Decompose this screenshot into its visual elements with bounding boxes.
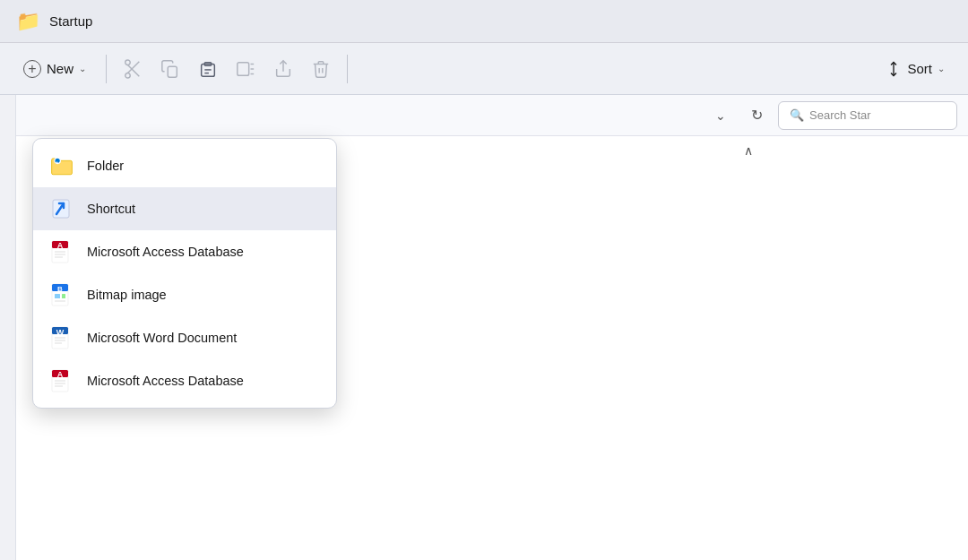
menu-item-folder[interactable]: + Folder bbox=[33, 144, 336, 187]
menu-item-bitmap[interactable]: B Bitmap image bbox=[33, 273, 336, 316]
sidebar-strip bbox=[0, 95, 16, 560]
nav-expand-button[interactable]: ⌄ bbox=[706, 101, 735, 130]
content-collapse-icon: ∧ bbox=[744, 143, 753, 158]
share-button[interactable] bbox=[266, 52, 300, 86]
menu-item-shortcut-label: Shortcut bbox=[87, 202, 135, 216]
menu-item-shortcut[interactable]: Shortcut bbox=[33, 187, 336, 230]
menu-item-bitmap-label: Bitmap image bbox=[87, 288, 167, 302]
menu-item-access2-label: Microsoft Access Database bbox=[87, 374, 244, 388]
svg-rect-27 bbox=[55, 294, 60, 298]
main-content: ⌄ ↻ 🔍 Search Star neMixer.exe ∧ bbox=[0, 95, 968, 560]
nav-refresh-button[interactable]: ↻ bbox=[742, 101, 771, 130]
content-area: ⌄ ↻ 🔍 Search Star neMixer.exe ∧ bbox=[16, 95, 968, 560]
svg-rect-9 bbox=[238, 62, 249, 75]
title-bar: 📁 Startup bbox=[0, 0, 968, 43]
paste-button[interactable] bbox=[191, 52, 225, 86]
refresh-icon: ↻ bbox=[751, 107, 763, 124]
folder-title-icon: 📁 bbox=[16, 10, 40, 33]
menu-item-word-label: Microsoft Word Document bbox=[87, 331, 237, 345]
rename-button[interactable] bbox=[229, 52, 263, 86]
toolbar-separator-1 bbox=[106, 55, 107, 83]
toolbar-separator-2 bbox=[347, 55, 348, 83]
search-icon: 🔍 bbox=[790, 108, 804, 122]
plus-icon: + bbox=[23, 60, 41, 78]
access-icon-1: A bbox=[49, 239, 74, 264]
cut-button[interactable] bbox=[116, 52, 150, 86]
nav-bar: ⌄ ↻ 🔍 Search Star bbox=[16, 95, 968, 136]
menu-item-word[interactable]: W Microsoft Word Document bbox=[33, 316, 336, 359]
svg-text:A: A bbox=[57, 370, 64, 379]
copy-button[interactable] bbox=[153, 52, 187, 86]
new-chevron-icon: ⌄ bbox=[79, 64, 86, 73]
shortcut-icon bbox=[49, 196, 74, 221]
sort-button[interactable]: Sort ⌄ bbox=[875, 51, 955, 87]
new-button-label: New bbox=[47, 61, 73, 76]
chevron-down-icon: ⌄ bbox=[715, 108, 726, 123]
page-title: Startup bbox=[49, 13, 92, 29]
menu-item-folder-label: Folder bbox=[87, 159, 124, 173]
menu-item-access1-label: Microsoft Access Database bbox=[87, 245, 244, 259]
search-box[interactable]: 🔍 Search Star bbox=[778, 101, 957, 130]
new-dropdown-menu: + Folder Shortcut bbox=[32, 138, 337, 409]
menu-item-access2[interactable]: A Microsoft Access Database bbox=[33, 359, 336, 402]
new-button[interactable]: + New ⌄ bbox=[13, 51, 97, 87]
svg-rect-28 bbox=[62, 294, 65, 298]
svg-text:A: A bbox=[57, 241, 64, 250]
menu-item-access1[interactable]: A Microsoft Access Database bbox=[33, 230, 336, 273]
sort-icon bbox=[886, 61, 902, 77]
svg-rect-4 bbox=[168, 66, 177, 77]
sort-chevron-icon: ⌄ bbox=[938, 64, 945, 73]
search-placeholder: Search Star bbox=[809, 108, 871, 122]
sort-label: Sort bbox=[907, 61, 932, 76]
svg-point-1 bbox=[125, 59, 131, 65]
access-icon-2: A bbox=[49, 368, 74, 393]
svg-point-0 bbox=[125, 73, 131, 78]
delete-button[interactable] bbox=[304, 52, 338, 86]
folder-new-icon: + bbox=[49, 153, 74, 178]
bitmap-icon: B bbox=[49, 282, 74, 307]
svg-text:W: W bbox=[56, 328, 65, 337]
svg-rect-29 bbox=[55, 300, 65, 302]
toolbar: + New ⌄ bbox=[0, 43, 968, 95]
word-icon: W bbox=[49, 325, 74, 350]
svg-text:B: B bbox=[57, 285, 63, 293]
